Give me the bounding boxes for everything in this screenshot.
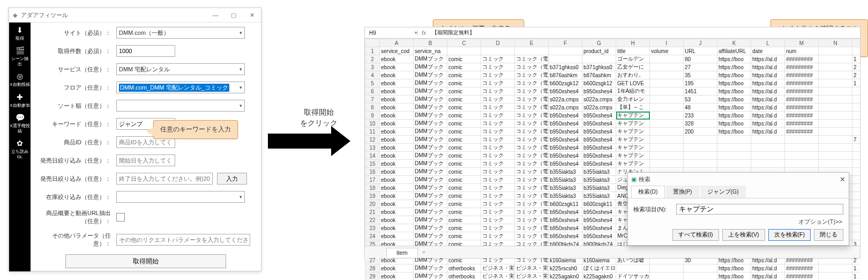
param-input[interactable] (116, 234, 250, 246)
maximize-button[interactable]: ▢ (225, 8, 243, 22)
service-label: サービス（任意）： (36, 65, 116, 73)
find-title: 検索 (639, 175, 650, 183)
param-label: その他パラメータ（任意）： (36, 232, 116, 248)
sidebar-item-0[interactable]: ⬇取得 (10, 26, 30, 41)
sort-label: ソート順（任意）： (36, 102, 116, 110)
formula-bar: H9▾ fx 【期間限定無料】 (365, 27, 860, 39)
spreadsheet: H9▾ fx 【期間限定無料】 ABCDEFGHIJKLMNOPQR1servi… (364, 27, 860, 259)
find-tab-1[interactable]: 置換(P) (666, 186, 699, 198)
sidebar-item-label: X自動参加 (10, 103, 29, 108)
dateto-input[interactable] (116, 173, 213, 185)
sidebar-item-label: 取得 (16, 36, 24, 41)
find-tab-0[interactable]: 検索(D) (631, 186, 665, 198)
sidebar-item-2[interactable]: ◎X自動投稿 (10, 72, 30, 87)
fx-icon: fx (418, 30, 430, 36)
start-button[interactable]: 取得開始 (65, 254, 226, 268)
extract-checkbox[interactable] (116, 213, 125, 222)
arrow-icon (268, 126, 359, 156)
sidebar-item-4[interactable]: 💬X選手権投稿 (10, 113, 30, 134)
site-select[interactable]: DMM.com（一般）▾ (116, 27, 245, 39)
find-options-link[interactable]: オプション(T)>> (798, 218, 842, 225)
sidebar: ⬇取得🎬シーン抽出◎X自動投稿✚X自動参加💬X選手権投稿✿立ち読みDL (9, 23, 31, 271)
name-box[interactable]: H9▾ (365, 30, 418, 36)
add-sheet-button[interactable]: ＋ (421, 248, 426, 256)
sidebar-item-3[interactable]: ✚X自動参加 (10, 93, 30, 108)
extract-label: 商品概要と動画URL抽出（任意）： (36, 209, 116, 225)
sidebar-item-label: シーン抽出 (10, 56, 30, 67)
sidebar-icon: 🎬 (16, 46, 25, 55)
find-field-input[interactable] (676, 204, 843, 215)
find-dialog: ▣ 検索 ✕ 検索(D)置換(P)ジャンプ(G) 検索項目(N): オプション(… (627, 172, 849, 246)
close-icon[interactable]: ✕ (840, 175, 845, 183)
chevron-down-icon: ▾ (240, 85, 242, 90)
keyword-label: キーワード（任意）： (36, 120, 116, 128)
sidebar-icon: 💬 (16, 113, 25, 122)
find-btn-0[interactable]: すべて検索(I) (672, 229, 719, 241)
sidebar-icon: ✿ (17, 139, 23, 148)
app-window: ◆ アダアフィツール — ▢ ✕ ⬇取得🎬シーン抽出◎X自動投稿✚X自動参加💬X… (9, 8, 261, 271)
close-button[interactable]: ✕ (243, 8, 261, 22)
sidebar-item-5[interactable]: ✿立ち読みDL (10, 139, 30, 159)
sheet-tab[interactable]: item (386, 248, 418, 257)
sidebar-icon: ⬇ (17, 26, 23, 35)
find-btn-1[interactable]: 上を検索(V) (722, 229, 765, 241)
sidebar-item-1[interactable]: 🎬シーン抽出 (10, 46, 30, 67)
app-title: アダアフィツール (21, 11, 206, 19)
form-panel: サイト（必須）： DMM.com（一般）▾ 取得件数（必須）： サービス（任意）… (31, 23, 261, 271)
service-select[interactable]: DMM 宅配レンタル▾ (116, 63, 245, 75)
arrow-caption: 取得開始をクリック (279, 107, 359, 128)
sidebar-icon: ◎ (17, 72, 23, 81)
stock-label: 在庫絞り込み（任意）： (36, 193, 116, 201)
formula-input[interactable]: 【期間限定無料】 (430, 29, 860, 36)
floor-label: フロア（任意）： (36, 84, 116, 92)
minimize-button[interactable]: — (206, 8, 225, 22)
chevron-down-icon: ▾ (415, 30, 417, 35)
count-input[interactable] (116, 45, 175, 57)
callout-keyword: 任意のキーワードを入力 (153, 120, 238, 139)
sidebar-item-label: X自動投稿 (10, 82, 29, 87)
chevron-down-icon: ▾ (240, 67, 242, 72)
sort-select[interactable]: ▾ (116, 100, 245, 112)
datefrom-label: 発売日絞り込み（任意）： (36, 157, 116, 165)
productid-label: 商品ID（任意）： (36, 138, 116, 146)
datefrom-input[interactable] (116, 154, 175, 166)
site-label: サイト（必須）： (36, 29, 116, 37)
find-btn-2[interactable]: 次を検索(F) (768, 229, 811, 241)
find-title-icon: ▣ (631, 176, 637, 183)
stock-select[interactable]: ▾ (116, 191, 245, 203)
count-label: 取得件数（必須）： (36, 47, 116, 55)
find-btn-3[interactable]: 閉じる (814, 229, 843, 241)
find-field-label: 検索項目(N): (633, 205, 676, 213)
sheet-tab-bar: item ＋ (365, 246, 860, 258)
titlebar: ◆ アダアフィツール — ▢ ✕ (9, 8, 261, 23)
find-tab-2[interactable]: ジャンプ(G) (700, 186, 746, 198)
sidebar-icon: ✚ (17, 93, 23, 102)
floor-select[interactable]: DMM.com_DMM 宅配レンタル_コミック▾ (116, 82, 245, 93)
dateto-button[interactable]: 入力 (217, 173, 247, 185)
chevron-down-icon: ▾ (240, 30, 242, 35)
chevron-down-icon: ▾ (240, 194, 242, 200)
sidebar-item-label: 立ち読みDL (10, 149, 30, 159)
dateto-label: 発売日絞り込み（任意）： (36, 175, 116, 183)
sidebar-item-label: X選手権投稿 (10, 123, 30, 134)
app-icon: ◆ (9, 12, 21, 19)
chevron-down-icon: ▾ (240, 103, 242, 108)
